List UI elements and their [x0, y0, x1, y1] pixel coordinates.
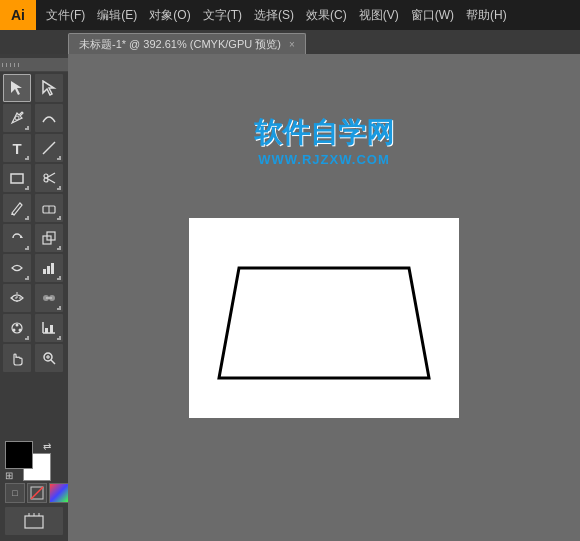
color-mode-button[interactable] — [49, 483, 68, 503]
default-colors-icon[interactable]: ⊞ — [5, 470, 13, 481]
column-graph-tool-button[interactable] — [35, 314, 63, 342]
graph-tool-button[interactable] — [35, 254, 63, 282]
svg-marker-40 — [219, 268, 429, 378]
svg-marker-0 — [11, 81, 22, 95]
tool-submenu-arrow — [25, 126, 29, 130]
shape-canvas — [189, 218, 459, 418]
svg-point-23 — [16, 324, 19, 327]
svg-line-8 — [48, 179, 55, 183]
menu-help[interactable]: 帮助(H) — [460, 0, 513, 30]
tool-submenu-arrow — [57, 216, 61, 220]
watermark-title: 软件自学网 — [254, 114, 394, 152]
svg-rect-14 — [43, 269, 46, 274]
pen-tool-button[interactable] — [3, 104, 31, 132]
svg-point-25 — [19, 329, 22, 332]
app-logo: Ai — [0, 0, 36, 30]
tool-submenu-arrow — [57, 246, 61, 250]
active-tab[interactable]: 未标题-1* @ 392.61% (CMYK/GPU 预览) × — [68, 33, 306, 54]
fill-none-row: □ — [5, 483, 68, 503]
svg-line-35 — [31, 487, 43, 499]
type-tool-button[interactable]: T — [3, 134, 31, 162]
ruler-tick — [14, 63, 15, 67]
tool-submenu-arrow — [57, 306, 61, 310]
svg-point-2 — [15, 116, 19, 120]
foreground-color-box[interactable] — [5, 441, 33, 469]
ruler-tick — [18, 63, 19, 67]
ruler-tick — [2, 63, 3, 67]
ruler-tick — [6, 63, 7, 67]
zoom-tool-button[interactable] — [35, 344, 63, 372]
rotate-tool-button[interactable] — [3, 224, 31, 252]
tool-submenu-arrow — [25, 276, 29, 280]
menu-select[interactable]: 选择(S) — [248, 0, 300, 30]
selection-tool-button[interactable] — [3, 74, 31, 102]
eraser-tool-button[interactable] — [35, 194, 63, 222]
color-section: ⇄ ⊞ □ — [0, 437, 68, 507]
menu-bar: 文件(F) 编辑(E) 对象(O) 文字(T) 选择(S) 效果(C) 视图(V… — [36, 0, 580, 30]
tool-submenu-arrow — [25, 186, 29, 190]
tool-submenu-arrow — [25, 156, 29, 160]
pencil-tool-button[interactable] — [3, 194, 31, 222]
svg-rect-4 — [11, 174, 23, 183]
menu-edit[interactable]: 编辑(E) — [91, 0, 143, 30]
svg-rect-15 — [47, 266, 50, 274]
tool-submenu-arrow — [57, 276, 61, 280]
svg-rect-36 — [25, 516, 43, 528]
mesh-tool-button[interactable] — [3, 284, 31, 312]
tool-grid: T — [1, 72, 67, 437]
none-button[interactable] — [27, 483, 47, 503]
tool-submenu-arrow — [57, 186, 61, 190]
tool-submenu-arrow — [25, 216, 29, 220]
svg-rect-16 — [51, 263, 54, 274]
type-tool-icon: T — [12, 140, 21, 157]
svg-line-31 — [51, 360, 55, 364]
menu-view[interactable]: 视图(V) — [353, 0, 405, 30]
tab-bar: 未标题-1* @ 392.61% (CMYK/GPU 预览) × — [0, 30, 580, 54]
title-bar: Ai 文件(F) 编辑(E) 对象(O) 文字(T) 选择(S) 效果(C) 视… — [0, 0, 580, 30]
svg-point-6 — [44, 178, 48, 182]
symbol-tool-button[interactable] — [3, 314, 31, 342]
fill-button[interactable]: □ — [5, 483, 25, 503]
tab-close-button[interactable]: × — [289, 39, 295, 50]
watermark: 软件自学网 WWW.RJZXW.COM — [254, 114, 394, 167]
toolbar: T — [0, 54, 68, 541]
svg-marker-1 — [43, 81, 54, 95]
color-boxes: ⇄ ⊞ — [5, 441, 51, 481]
svg-point-5 — [44, 174, 48, 178]
watermark-url: WWW.RJZXW.COM — [254, 152, 394, 167]
tab-label: 未标题-1* @ 392.61% (CMYK/GPU 预览) — [79, 37, 281, 52]
scale-tool-button[interactable] — [35, 224, 63, 252]
tool-submenu-arrow — [57, 336, 61, 340]
menu-effect[interactable]: 效果(C) — [300, 0, 353, 30]
menu-file[interactable]: 文件(F) — [40, 0, 91, 30]
curvature-tool-button[interactable] — [35, 104, 63, 132]
svg-rect-28 — [45, 328, 48, 333]
svg-line-7 — [48, 173, 55, 177]
direct-selection-tool-button[interactable] — [35, 74, 63, 102]
svg-rect-29 — [50, 325, 53, 333]
warp-tool-button[interactable] — [3, 254, 31, 282]
rectangle-tool-button[interactable] — [3, 164, 31, 192]
canvas-area[interactable]: 软件自学网 WWW.RJZXW.COM — [68, 54, 580, 541]
tool-submenu-arrow — [25, 336, 29, 340]
scissors-tool-button[interactable] — [35, 164, 63, 192]
menu-object[interactable]: 对象(O) — [143, 0, 196, 30]
svg-line-3 — [43, 142, 55, 154]
main-area: T — [0, 54, 580, 541]
ruler-tick — [10, 63, 11, 67]
swap-colors-icon[interactable]: ⇄ — [43, 441, 51, 452]
tool-submenu-arrow — [57, 156, 61, 160]
menu-type[interactable]: 文字(T) — [197, 0, 248, 30]
tool-submenu-arrow — [25, 246, 29, 250]
svg-point-24 — [13, 329, 16, 332]
menu-window[interactable]: 窗口(W) — [405, 0, 460, 30]
hand-tool-button[interactable] — [3, 344, 31, 372]
artboard — [189, 218, 459, 418]
line-tool-button[interactable] — [35, 134, 63, 162]
blend-tool-button[interactable] — [35, 284, 63, 312]
ruler-strip — [0, 58, 68, 72]
artboard-tool-button[interactable] — [5, 507, 63, 535]
